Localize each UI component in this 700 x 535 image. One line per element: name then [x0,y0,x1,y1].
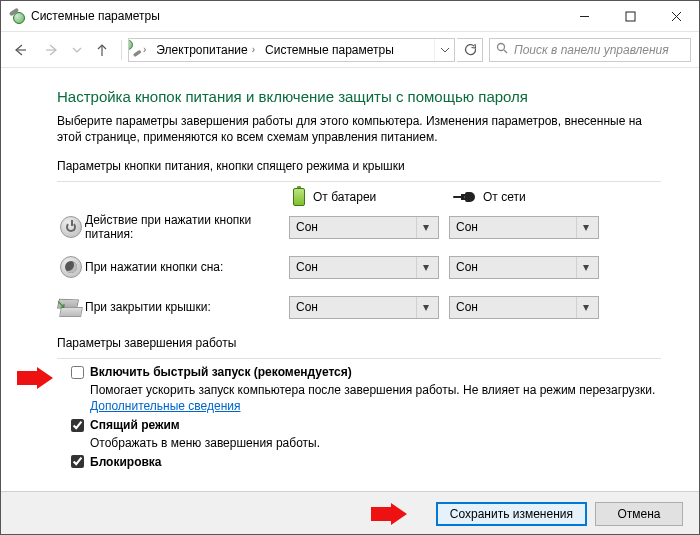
sleep-mode-label: Спящий режим [90,418,180,432]
nav-back-button[interactable] [5,36,35,64]
minimize-button[interactable] [561,1,607,32]
option-lock: Блокировка [57,455,661,472]
chevron-down-icon: ▾ [416,257,434,278]
chevron-down-icon: ▾ [576,217,594,238]
breadcrumb-power[interactable]: Электропитание› [150,39,259,61]
svg-marker-9 [17,367,53,389]
page-heading: Настройка кнопок питания и включение защ… [57,88,661,105]
power-plugged-value: Сон [456,220,478,234]
refresh-button[interactable] [457,38,483,62]
header-battery-label: От батареи [313,190,376,204]
sleep-plugged-select[interactable]: Сон ▾ [449,256,599,279]
row-sleep-button: При нажатии кнопки сна: Сон ▾ Сон ▾ [57,250,661,284]
address-bar[interactable]: › Электропитание› Системные параметры [128,38,455,62]
power-icon [60,216,82,238]
plug-icon [453,192,475,202]
page-description: Выберите параметры завершения работы для… [57,113,661,145]
save-button[interactable]: Сохранить изменения [436,502,587,526]
window-title: Системные параметры [31,9,160,23]
row-power-button: Действие при нажатии кнопки питания: Сон… [57,210,661,244]
search-icon [496,42,508,57]
fast-startup-checkbox[interactable]: Включить быстрый запуск (рекомендуется) [71,365,352,379]
breadcrumb-system-settings[interactable]: Системные параметры [259,39,398,61]
header-plugged-label: От сети [483,190,526,204]
sleep-mode-checkbox[interactable]: Спящий режим [71,418,180,432]
chevron-down-icon: ▾ [576,297,594,318]
svg-line-8 [504,50,507,53]
sleep-battery-value: Сон [296,260,318,274]
sleep-button-label: При нажатии кнопки сна: [85,260,289,274]
lid-battery-value: Сон [296,300,318,314]
fast-startup-learn-more-link[interactable]: Дополнительные сведения [90,399,240,413]
sleep-plugged-value: Сон [456,260,478,274]
lid-battery-select[interactable]: Сон ▾ [289,296,439,319]
close-button[interactable] [653,1,699,32]
fast-startup-description: Помогает ускорить запуск компьютера посл… [90,383,655,397]
sleep-battery-select[interactable]: Сон ▾ [289,256,439,279]
divider [57,358,661,359]
battery-icon [293,188,305,206]
chevron-down-icon: ▾ [416,297,434,318]
title-bar: Системные параметры [1,1,699,32]
power-plugged-select[interactable]: Сон ▾ [449,216,599,239]
annotation-arrow-icon [17,367,53,389]
nav-bar: › Электропитание› Системные параметры [1,32,699,68]
chevron-down-icon: ▾ [416,217,434,238]
fast-startup-label: Включить быстрый запуск (рекомендуется) [90,365,352,379]
power-battery-value: Сон [296,220,318,234]
address-history-dropdown[interactable] [434,39,454,61]
option-sleep: Спящий режим Отображать в меню завершени… [57,418,661,451]
divider [57,181,661,182]
chevron-down-icon: ▾ [576,257,594,278]
svg-point-7 [498,44,505,51]
page-content: Настройка кнопок питания и включение защ… [1,68,699,491]
breadcrumb-system-settings-label: Системные параметры [265,43,394,57]
lid-plugged-select[interactable]: Сон ▾ [449,296,599,319]
lock-checkbox[interactable]: Блокировка [71,455,162,469]
cancel-button[interactable]: Отмена [595,502,683,526]
maximize-button[interactable] [607,1,653,32]
app-icon [9,8,25,24]
buttons-section-label: Параметры кнопки питания, кнопки спящего… [57,159,661,173]
shutdown-section-label: Параметры завершения работы [57,336,661,350]
lock-label: Блокировка [90,455,162,469]
footer: Сохранить изменения Отмена [1,491,699,535]
search-input[interactable] [512,42,684,58]
search-box[interactable] [489,38,691,62]
power-battery-select[interactable]: Сон ▾ [289,216,439,239]
breadcrumb-power-label: Электропитание [156,43,247,57]
lid-close-label: При закрытии крышки: [85,300,289,314]
svg-rect-1 [626,12,635,21]
header-plugged: От сети [453,190,613,204]
sleep-icon [60,256,82,278]
sleep-mode-description: Отображать в меню завершения работы. [90,435,661,451]
annotation-arrow-icon [371,503,407,525]
nav-forward-button[interactable] [37,36,67,64]
svg-marker-10 [371,503,407,525]
option-fast-startup: Включить быстрый запуск (рекомендуется) … [57,365,661,414]
column-headers: От батареи От сети [293,188,661,206]
breadcrumb-root[interactable]: › [133,39,150,61]
lid-icon: ↘ [58,299,84,317]
nav-up-button[interactable] [87,36,117,64]
lid-plugged-value: Сон [456,300,478,314]
header-battery: От батареи [293,188,453,206]
power-button-label: Действие при нажатии кнопки питания: [85,213,289,241]
nav-recent-button[interactable] [69,36,85,64]
row-lid-close: ↘ При закрытии крышки: Сон ▾ Сон ▾ [57,290,661,324]
